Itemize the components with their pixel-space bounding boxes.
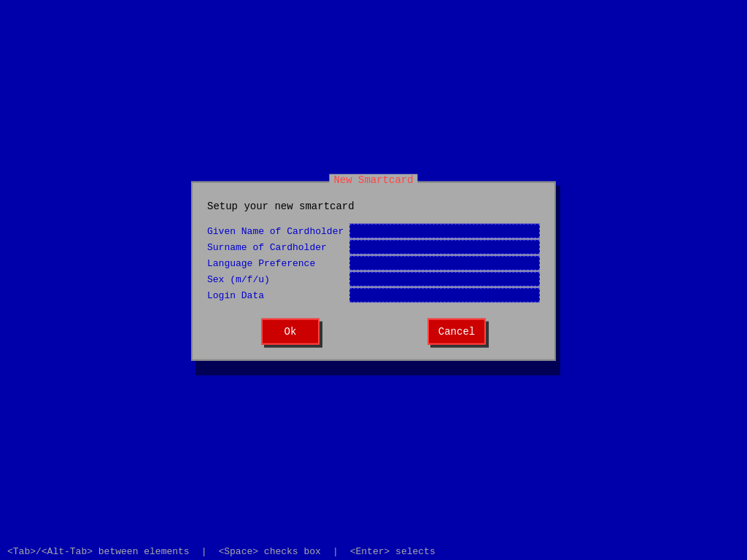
- login-input[interactable]: [349, 288, 540, 303]
- dialog-title: New Smartcard: [329, 174, 417, 186]
- enter-hint: <Enter> selects: [350, 546, 436, 557]
- separator-1: |: [201, 546, 207, 557]
- language-input[interactable]: [349, 256, 540, 271]
- label-login: Login Data: [207, 288, 344, 304]
- form-area: Given Name of Cardholder Surname of Card…: [207, 224, 540, 304]
- dialog-subtitle: Setup your new smartcard: [207, 201, 540, 212]
- separator-2: |: [333, 546, 338, 557]
- labels-column: Given Name of Cardholder Surname of Card…: [207, 224, 344, 304]
- tab-hint: <Tab>/<Alt-Tab> between elements: [7, 546, 190, 557]
- screen: New Smartcard Setup your new smartcard G…: [0, 0, 747, 560]
- space-hint: <Space> checks box: [218, 546, 320, 557]
- ok-button[interactable]: Ok: [261, 319, 320, 345]
- status-bar: <Tab>/<Alt-Tab> between elements | <Spac…: [0, 542, 747, 560]
- sex-input[interactable]: [349, 272, 540, 287]
- label-given-name: Given Name of Cardholder: [207, 224, 344, 240]
- surname-input[interactable]: [349, 240, 540, 254]
- label-sex: Sex (m/f/u): [207, 272, 344, 288]
- dialog: New Smartcard Setup your new smartcard G…: [191, 182, 556, 361]
- label-language: Language Preference: [207, 256, 344, 272]
- label-surname: Surname of Cardholder: [207, 240, 344, 256]
- given-name-input[interactable]: [349, 224, 540, 238]
- inputs-column: [349, 224, 540, 304]
- ok-button-wrapper: Ok: [261, 319, 320, 345]
- cancel-button-wrapper: Cancel: [427, 319, 486, 345]
- buttons-row: Ok Cancel: [207, 319, 540, 345]
- dialog-title-bar: New Smartcard: [329, 174, 417, 186]
- dialog-wrapper: New Smartcard Setup your new smartcard G…: [191, 182, 556, 361]
- cancel-button[interactable]: Cancel: [427, 319, 486, 345]
